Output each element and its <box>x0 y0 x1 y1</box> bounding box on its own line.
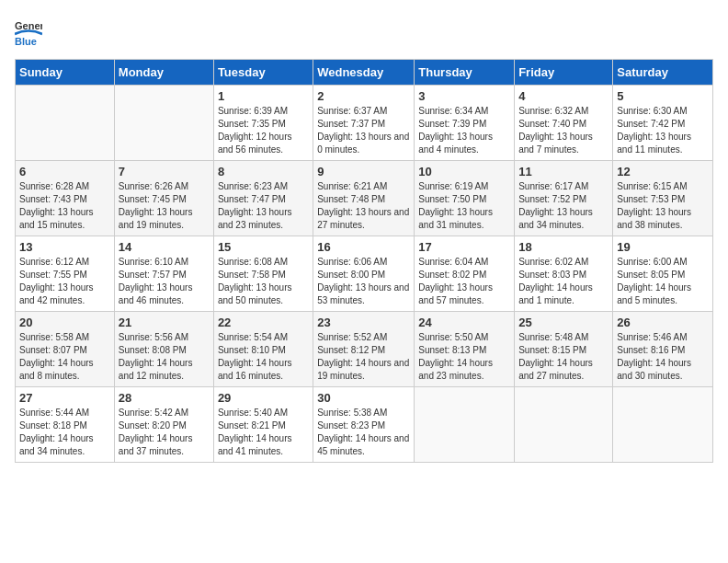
calendar-cell: 7Sunrise: 6:26 AM Sunset: 7:45 PM Daylig… <box>114 161 213 236</box>
day-info: Sunrise: 5:48 AM Sunset: 8:15 PM Dayligh… <box>518 331 609 383</box>
calendar-cell: 18Sunrise: 6:02 AM Sunset: 8:03 PM Dayli… <box>515 236 613 312</box>
calendar-cell: 19Sunrise: 6:00 AM Sunset: 8:05 PM Dayli… <box>613 236 713 312</box>
calendar-cell: 29Sunrise: 5:40 AM Sunset: 8:21 PM Dayli… <box>213 387 313 463</box>
day-number: 22 <box>218 316 309 329</box>
day-header-sunday: Sunday <box>16 60 115 86</box>
day-number: 26 <box>617 316 709 329</box>
day-info: Sunrise: 6:30 AM Sunset: 7:42 PM Dayligh… <box>617 105 709 156</box>
calendar-cell: 20Sunrise: 5:58 AM Sunset: 8:07 PM Dayli… <box>16 312 115 387</box>
calendar-cell: 4Sunrise: 6:32 AM Sunset: 7:40 PM Daylig… <box>515 86 613 161</box>
day-number: 21 <box>119 316 210 329</box>
svg-text:General: General <box>15 20 42 31</box>
day-info: Sunrise: 6:28 AM Sunset: 7:43 PM Dayligh… <box>19 180 110 232</box>
week-row-5: 27Sunrise: 5:44 AM Sunset: 8:18 PM Dayli… <box>16 387 713 463</box>
day-number: 4 <box>518 89 609 103</box>
day-number: 30 <box>317 391 410 405</box>
day-number: 13 <box>19 240 110 254</box>
calendar-cell: 28Sunrise: 5:42 AM Sunset: 8:20 PM Dayli… <box>114 387 213 463</box>
day-number: 1 <box>218 89 309 103</box>
calendar-cell: 22Sunrise: 5:54 AM Sunset: 8:10 PM Dayli… <box>213 312 313 387</box>
logo-icon: General Blue <box>15 15 42 48</box>
calendar-cell: 2Sunrise: 6:37 AM Sunset: 7:37 PM Daylig… <box>313 86 415 161</box>
day-number: 12 <box>617 165 709 178</box>
day-info: Sunrise: 5:52 AM Sunset: 8:12 PM Dayligh… <box>317 331 410 383</box>
day-info: Sunrise: 5:50 AM Sunset: 8:13 PM Dayligh… <box>418 331 510 383</box>
day-number: 18 <box>518 240 609 254</box>
calendar-cell: 25Sunrise: 5:48 AM Sunset: 8:15 PM Dayli… <box>515 312 613 387</box>
calendar-cell: 5Sunrise: 6:30 AM Sunset: 7:42 PM Daylig… <box>613 86 713 161</box>
day-number: 17 <box>418 240 510 254</box>
day-number: 14 <box>119 240 210 254</box>
logo: General Blue <box>15 15 42 48</box>
day-info: Sunrise: 6:08 AM Sunset: 7:58 PM Dayligh… <box>218 256 309 307</box>
day-info: Sunrise: 6:26 AM Sunset: 7:45 PM Dayligh… <box>119 180 210 232</box>
day-number: 15 <box>218 240 309 254</box>
day-info: Sunrise: 6:19 AM Sunset: 7:50 PM Dayligh… <box>418 180 510 232</box>
day-header-monday: Monday <box>114 60 213 86</box>
day-info: Sunrise: 6:00 AM Sunset: 8:05 PM Dayligh… <box>617 256 709 307</box>
calendar-table: SundayMondayTuesdayWednesdayThursdayFrid… <box>15 59 713 463</box>
day-number: 8 <box>218 165 309 178</box>
day-number: 29 <box>218 391 309 405</box>
day-info: Sunrise: 6:34 AM Sunset: 7:39 PM Dayligh… <box>418 105 510 156</box>
calendar-cell: 17Sunrise: 6:04 AM Sunset: 8:02 PM Dayli… <box>415 236 515 312</box>
day-number: 9 <box>317 165 410 178</box>
day-number: 27 <box>19 391 110 405</box>
day-number: 11 <box>518 165 609 178</box>
day-info: Sunrise: 6:04 AM Sunset: 8:02 PM Dayligh… <box>418 256 510 307</box>
day-header-tuesday: Tuesday <box>213 60 313 86</box>
calendar-cell: 11Sunrise: 6:17 AM Sunset: 7:52 PM Dayli… <box>515 161 613 236</box>
day-number: 6 <box>19 165 110 178</box>
day-number: 23 <box>317 316 410 329</box>
svg-text:Blue: Blue <box>15 36 37 47</box>
day-info: Sunrise: 6:21 AM Sunset: 7:48 PM Dayligh… <box>317 180 410 232</box>
day-number: 28 <box>119 391 210 405</box>
day-number: 3 <box>418 89 510 103</box>
day-number: 10 <box>418 165 510 178</box>
day-info: Sunrise: 6:10 AM Sunset: 7:57 PM Dayligh… <box>119 256 210 307</box>
day-info: Sunrise: 6:15 AM Sunset: 7:53 PM Dayligh… <box>617 180 709 232</box>
day-info: Sunrise: 5:56 AM Sunset: 8:08 PM Dayligh… <box>119 331 210 383</box>
calendar-cell: 23Sunrise: 5:52 AM Sunset: 8:12 PM Dayli… <box>313 312 415 387</box>
calendar-cell <box>515 387 613 463</box>
calendar-cell: 12Sunrise: 6:15 AM Sunset: 7:53 PM Dayli… <box>613 161 713 236</box>
day-header-thursday: Thursday <box>415 60 515 86</box>
calendar-cell <box>16 86 115 161</box>
calendar-cell: 8Sunrise: 6:23 AM Sunset: 7:47 PM Daylig… <box>213 161 313 236</box>
calendar-cell: 26Sunrise: 5:46 AM Sunset: 8:16 PM Dayli… <box>613 312 713 387</box>
day-info: Sunrise: 5:40 AM Sunset: 8:21 PM Dayligh… <box>218 407 309 458</box>
day-number: 24 <box>418 316 510 329</box>
day-header-wednesday: Wednesday <box>313 60 415 86</box>
day-number: 16 <box>317 240 410 254</box>
calendar-cell: 9Sunrise: 6:21 AM Sunset: 7:48 PM Daylig… <box>313 161 415 236</box>
day-number: 20 <box>19 316 110 329</box>
day-header-friday: Friday <box>515 60 613 86</box>
calendar-cell <box>415 387 515 463</box>
calendar-cell: 27Sunrise: 5:44 AM Sunset: 8:18 PM Dayli… <box>16 387 115 463</box>
calendar-cell: 3Sunrise: 6:34 AM Sunset: 7:39 PM Daylig… <box>415 86 515 161</box>
day-number: 5 <box>617 89 709 103</box>
calendar-cell: 13Sunrise: 6:12 AM Sunset: 7:55 PM Dayli… <box>16 236 115 312</box>
calendar-cell: 10Sunrise: 6:19 AM Sunset: 7:50 PM Dayli… <box>415 161 515 236</box>
week-row-4: 20Sunrise: 5:58 AM Sunset: 8:07 PM Dayli… <box>16 312 713 387</box>
week-row-2: 6Sunrise: 6:28 AM Sunset: 7:43 PM Daylig… <box>16 161 713 236</box>
day-info: Sunrise: 6:39 AM Sunset: 7:35 PM Dayligh… <box>218 105 309 156</box>
day-info: Sunrise: 5:42 AM Sunset: 8:20 PM Dayligh… <box>119 407 210 458</box>
day-info: Sunrise: 6:37 AM Sunset: 7:37 PM Dayligh… <box>317 105 410 156</box>
calendar-cell <box>613 387 713 463</box>
calendar-cell: 24Sunrise: 5:50 AM Sunset: 8:13 PM Dayli… <box>415 312 515 387</box>
calendar-cell: 1Sunrise: 6:39 AM Sunset: 7:35 PM Daylig… <box>213 86 313 161</box>
calendar-cell: 21Sunrise: 5:56 AM Sunset: 8:08 PM Dayli… <box>114 312 213 387</box>
calendar-cell <box>114 86 213 161</box>
day-info: Sunrise: 6:02 AM Sunset: 8:03 PM Dayligh… <box>518 256 609 307</box>
day-number: 25 <box>518 316 609 329</box>
calendar-cell: 16Sunrise: 6:06 AM Sunset: 8:00 PM Dayli… <box>313 236 415 312</box>
calendar-cell: 15Sunrise: 6:08 AM Sunset: 7:58 PM Dayli… <box>213 236 313 312</box>
day-info: Sunrise: 5:58 AM Sunset: 8:07 PM Dayligh… <box>19 331 110 383</box>
day-info: Sunrise: 6:06 AM Sunset: 8:00 PM Dayligh… <box>317 256 410 307</box>
day-info: Sunrise: 5:38 AM Sunset: 8:23 PM Dayligh… <box>317 407 410 458</box>
calendar-cell: 30Sunrise: 5:38 AM Sunset: 8:23 PM Dayli… <box>313 387 415 463</box>
day-info: Sunrise: 6:23 AM Sunset: 7:47 PM Dayligh… <box>218 180 309 232</box>
header-row: SundayMondayTuesdayWednesdayThursdayFrid… <box>16 60 713 86</box>
calendar-cell: 6Sunrise: 6:28 AM Sunset: 7:43 PM Daylig… <box>16 161 115 236</box>
